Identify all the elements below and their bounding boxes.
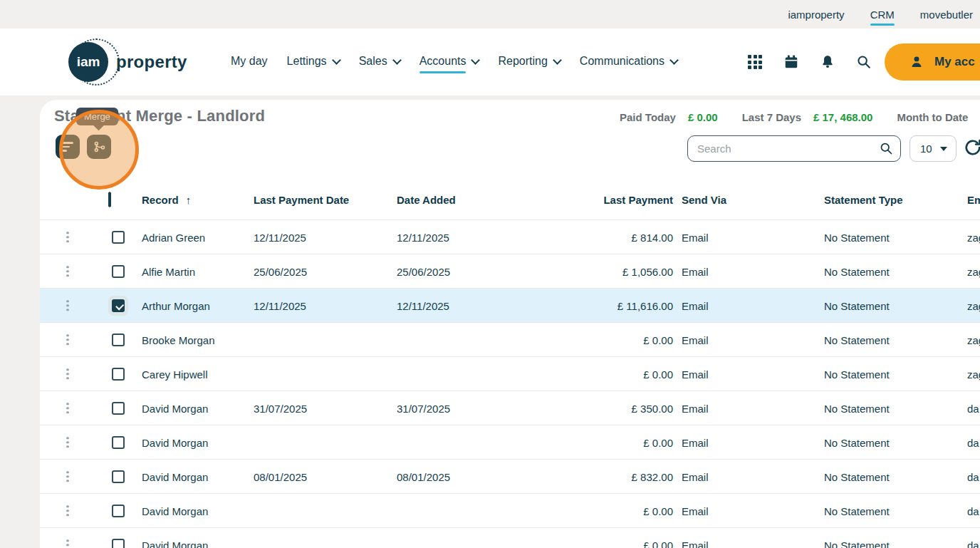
my-account-button[interactable]: My acc xyxy=(885,43,980,81)
column-header-send-via[interactable]: Send Via xyxy=(682,194,726,206)
cell-last-payment-date: 31/07/2025 xyxy=(254,402,307,414)
chevron-down-icon xyxy=(392,56,402,65)
table-row: Brooke Morgan£ 0.00EmailNo Statementzag xyxy=(40,322,980,356)
row-menu-kebab-icon[interactable] xyxy=(63,537,72,548)
stat-label: Paid Today xyxy=(620,111,676,123)
checkbox-box xyxy=(112,299,125,312)
chevron-down-icon xyxy=(940,147,947,151)
row-menu-kebab-icon[interactable] xyxy=(63,263,72,280)
cell-last-payment: £ 832.00 xyxy=(538,470,673,482)
chevron-down-icon xyxy=(669,56,679,65)
row-checkbox[interactable] xyxy=(108,330,128,350)
nav-item-accounts[interactable]: Accounts xyxy=(419,55,479,69)
column-header-date-added[interactable]: Date Added xyxy=(397,194,456,206)
calendar-icon[interactable] xyxy=(783,53,800,71)
table-row: Carey Hipwell£ 0.00EmailNo Statementzag xyxy=(40,356,980,391)
select-all-checkbox[interactable] xyxy=(108,194,111,206)
row-menu-kebab-icon[interactable] xyxy=(63,366,72,383)
checkbox-box xyxy=(112,470,125,483)
top-link-iamproperty[interactable]: iamproperty xyxy=(788,9,844,21)
row-checkbox[interactable] xyxy=(108,433,128,453)
cell-statement-type: No Statement xyxy=(824,334,890,346)
cell-date-added: 08/01/2025 xyxy=(397,470,450,482)
row-menu-kebab-icon[interactable] xyxy=(63,297,72,314)
page-size-select[interactable]: 10 xyxy=(909,135,956,162)
filter-button[interactable] xyxy=(56,135,80,159)
row-menu-kebab-icon[interactable] xyxy=(63,468,72,485)
search-input[interactable] xyxy=(687,135,901,162)
checkbox-box xyxy=(112,436,125,449)
row-checkbox[interactable] xyxy=(108,535,128,548)
chevron-down-icon xyxy=(332,56,341,65)
row-checkbox[interactable] xyxy=(108,364,128,384)
row-checkbox[interactable] xyxy=(108,262,128,281)
table-row: David Morgan£ 0.00EmailNo Statementda xyxy=(40,425,980,459)
nav-icons xyxy=(746,29,872,95)
row-menu-kebab-icon[interactable] xyxy=(63,434,72,451)
row-menu-kebab-icon[interactable] xyxy=(63,502,72,519)
brand-logo[interactable]: iam property xyxy=(68,42,187,82)
cell-email: zag xyxy=(967,368,980,380)
row-checkbox[interactable] xyxy=(108,227,128,247)
row-menu-kebab-icon[interactable] xyxy=(63,229,72,246)
column-header-last-payment[interactable]: Last Payment xyxy=(538,194,673,206)
nav-item-reporting[interactable]: Reporting xyxy=(498,55,560,69)
cell-send-via: Email xyxy=(682,299,709,311)
nav-item-communications[interactable]: Communications xyxy=(580,55,677,69)
person-icon xyxy=(909,54,924,70)
cell-record: David Morgan xyxy=(142,470,208,482)
cell-email: zag xyxy=(967,231,980,243)
cell-date-added: 12/11/2025 xyxy=(397,231,449,243)
cell-send-via: Email xyxy=(682,334,709,346)
top-link-movebutler[interactable]: movebutler xyxy=(920,9,973,21)
refresh-button[interactable] xyxy=(963,138,980,158)
cell-record: David Morgan xyxy=(142,436,208,448)
notifications-bell-icon[interactable] xyxy=(819,53,836,71)
table-row: Arthur Morgan12/11/202512/11/2025£ 11,61… xyxy=(40,288,980,322)
checkbox-box xyxy=(112,402,125,415)
stat-value: £ 17, 468.00 xyxy=(813,111,872,123)
stat-label: Last 7 Days xyxy=(742,111,801,123)
cell-last-payment: £ 0.00 xyxy=(538,368,673,380)
row-checkbox[interactable] xyxy=(108,501,128,521)
cell-record: Brooke Morgan xyxy=(142,334,215,346)
row-menu-kebab-icon[interactable] xyxy=(63,400,72,417)
main-nav: iam property My dayLettingsSalesAccounts… xyxy=(0,29,980,95)
cell-statement-type: No Statement xyxy=(824,265,890,277)
apps-grid-icon[interactable] xyxy=(746,53,763,71)
cell-send-via: Email xyxy=(682,368,709,380)
row-checkbox[interactable] xyxy=(108,467,128,487)
column-header-email[interactable]: Em xyxy=(967,194,980,206)
filter-icon xyxy=(62,142,73,152)
stat-label: Month to Date xyxy=(897,111,968,123)
merge-button[interactable] xyxy=(87,135,111,159)
cell-email: zag xyxy=(967,265,980,277)
row-checkbox[interactable] xyxy=(108,398,128,418)
row-checkbox[interactable] xyxy=(108,296,128,316)
cell-statement-type: No Statement xyxy=(824,436,890,448)
cell-email: da xyxy=(967,436,979,448)
nav-item-my-day[interactable]: My day xyxy=(231,55,268,69)
column-header-last-payment-date[interactable]: Last Payment Date xyxy=(254,194,349,206)
stat-last-7-days: Last 7 Days£ 17, 468.00 xyxy=(742,111,873,123)
cell-last-payment: £ 0.00 xyxy=(538,505,673,517)
cell-email: zag xyxy=(967,299,980,311)
sort-ascending-icon: ↑ xyxy=(186,194,192,206)
search-icon[interactable] xyxy=(855,53,872,71)
column-header-record[interactable]: Record↑ xyxy=(142,194,191,206)
search-field-icon xyxy=(879,141,894,156)
table-row: David Morgan£ 0.00EmailNo Statementda xyxy=(40,493,980,527)
cell-record: Arthur Morgan xyxy=(142,299,210,311)
cell-send-via: Email xyxy=(682,231,709,243)
cell-date-added: 31/07/2025 xyxy=(397,402,450,414)
cell-statement-type: No Statement xyxy=(824,368,890,380)
cell-statement-type: No Statement xyxy=(824,539,890,548)
column-header-statement-type[interactable]: Statement Type xyxy=(824,194,903,206)
chevron-down-icon xyxy=(553,56,562,65)
cell-statement-type: No Statement xyxy=(824,402,890,414)
top-link-crm[interactable]: CRM xyxy=(870,9,895,21)
nav-item-lettings[interactable]: Lettings xyxy=(287,55,340,69)
row-menu-kebab-icon[interactable] xyxy=(63,331,72,348)
nav-item-sales[interactable]: Sales xyxy=(359,55,400,69)
cell-last-payment: £ 0.00 xyxy=(538,539,673,548)
